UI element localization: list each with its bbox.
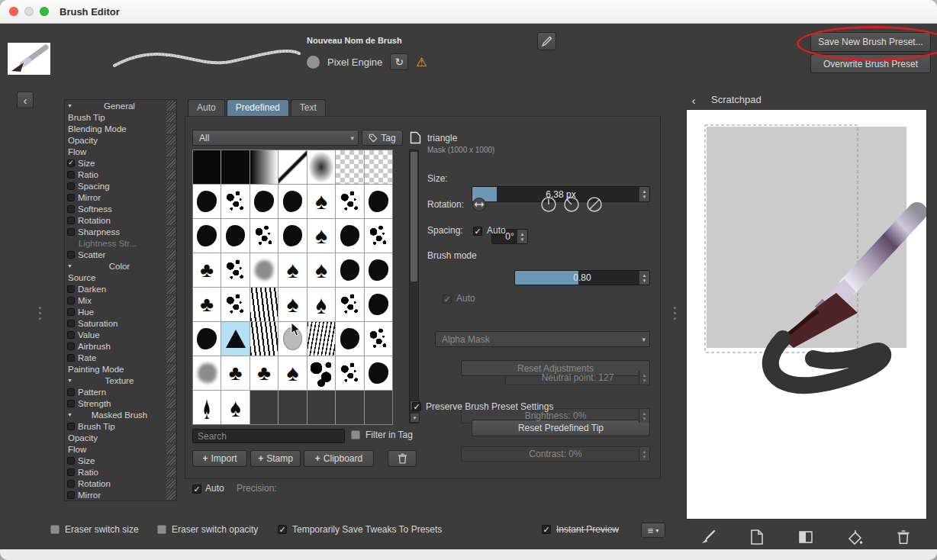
brush-tip-cell-tree[interactable]: ♠: [308, 253, 335, 287]
instant-preview-checkbox[interactable]: ✓: [542, 525, 551, 534]
reset-predefined-tip-button[interactable]: Reset Predefined Tip: [472, 420, 650, 436]
brush-tip-cell-spray[interactable]: [250, 219, 278, 253]
brush-tip-cell-leaf[interactable]: ♣: [221, 356, 249, 390]
brush-option-softness[interactable]: ✓Softness: [65, 203, 176, 214]
spacing-spinner[interactable]: ▲▼: [639, 271, 649, 285]
brush-tip-cell-smoke[interactable]: [250, 253, 278, 287]
rename-brush-button[interactable]: [537, 32, 556, 50]
brush-tip-cell-spray[interactable]: [221, 185, 249, 218]
option-checkbox[interactable]: ✓: [67, 297, 75, 304]
option-checkbox[interactable]: ✓: [67, 194, 75, 201]
brush-tip-cell-spray[interactable]: [365, 322, 392, 356]
preserve-settings-checkbox[interactable]: ✓: [412, 402, 421, 411]
brush-option-source[interactable]: Source: [65, 272, 176, 283]
contrast-spinbox[interactable]: Contrast: 0% ▲▼: [461, 446, 650, 462]
tab-auto[interactable]: Auto: [188, 99, 225, 116]
brush-option-size[interactable]: ✓Size: [65, 157, 176, 169]
collapse-left-button[interactable]: ‹: [17, 92, 34, 108]
tag-page-button[interactable]: [407, 130, 423, 146]
contrast-spinner[interactable]: ▲▼: [639, 447, 649, 461]
brush-tip-cell-blob[interactable]: [193, 219, 221, 253]
brush-tip-cell-triangle[interactable]: [221, 322, 249, 356]
grid-scrollbar[interactable]: ▲ ▼: [409, 150, 419, 423]
brush-tip-cell-blob[interactable]: [193, 322, 221, 356]
filter-in-tag-checkbox[interactable]: ✓: [351, 430, 360, 439]
brush-option-brush-tip[interactable]: ✓Brush Tip: [65, 420, 176, 432]
brush-tip-cell-leaf[interactable]: ♣: [193, 288, 221, 321]
import-button[interactable]: + Import: [192, 450, 247, 467]
brush-tip-cell-spray[interactable]: [221, 288, 249, 321]
brush-tip-cell-leaf[interactable]: ♣: [250, 356, 278, 390]
brush-option-mix[interactable]: ✓Mix: [65, 294, 176, 306]
brush-option-rotation[interactable]: ✓Rotation: [65, 478, 176, 489]
option-checkbox[interactable]: ✓: [67, 217, 75, 224]
brush-tip-cell-blob[interactable]: [250, 185, 278, 218]
brush-tip-cell-blob[interactable]: [193, 185, 221, 218]
clipboard-button[interactable]: + Clipboard: [304, 450, 374, 467]
brush-option-value[interactable]: ✓Value: [65, 329, 176, 340]
brush-tip-cell-strokes[interactable]: [250, 322, 278, 356]
scratchpad-canvas[interactable]: [687, 110, 926, 519]
brush-tip-cell-tree[interactable]: ♠: [279, 288, 306, 321]
brush-tip-cell-blob[interactable]: [365, 253, 392, 287]
detail-options-menu-button[interactable]: ≡ ▾: [641, 523, 665, 538]
option-checkbox[interactable]: ✓: [67, 308, 75, 316]
option-checkbox[interactable]: ✓: [67, 491, 75, 499]
splitter-handle-left[interactable]: [38, 307, 41, 320]
option-checkbox[interactable]: ✓: [67, 320, 75, 327]
brush-tip-cell-spray[interactable]: [336, 288, 363, 321]
brush-tip-cell-tree[interactable]: ♠: [308, 185, 335, 218]
eraser-switch-opacity-checkbox[interactable]: ✓: [157, 525, 166, 534]
splitter-handle-right[interactable]: [673, 307, 676, 320]
scratchpad-fill-gradient-button[interactable]: [797, 528, 815, 546]
brush-tip-cell-tree[interactable]: ♠: [308, 219, 335, 253]
tab-text[interactable]: Text: [291, 99, 326, 116]
brush-tip-cell-checker[interactable]: [365, 150, 392, 184]
brush-tip-cell-solid[interactable]: [193, 150, 221, 184]
brush-tip-cell-blob[interactable]: [279, 185, 306, 218]
brush-tip-cell-gradient[interactable]: [250, 150, 278, 184]
brush-tip-cell-spray[interactable]: [221, 253, 249, 287]
option-checkbox[interactable]: ✓: [67, 159, 75, 167]
brush-tip-cell-stroke[interactable]: [279, 150, 306, 184]
brush-tip-cell-leaf[interactable]: ♣: [193, 253, 221, 287]
brush-tip-cell-blob[interactable]: [336, 322, 363, 356]
brush-option-size[interactable]: ✓Size: [65, 455, 176, 466]
neutral-point-spinner[interactable]: ▲▼: [639, 371, 649, 385]
brush-tip-cell-strokes[interactable]: [250, 288, 278, 321]
close-button[interactable]: [9, 7, 18, 16]
option-checkbox[interactable]: ✓: [67, 228, 75, 236]
brush-tip-cell-blob[interactable]: [365, 356, 392, 390]
spacing-slider[interactable]: 0.80 ▲▼: [514, 270, 650, 285]
section-texture[interactable]: ▼Texture: [65, 375, 176, 386]
brush-option-flow[interactable]: Flow: [65, 146, 176, 157]
brush-tip-cell-pine[interactable]: ♠: [221, 391, 249, 424]
option-checkbox[interactable]: ✓: [67, 388, 75, 396]
brush-option-hue[interactable]: ✓Hue: [65, 306, 176, 317]
brightness-spinner[interactable]: ▲▼: [639, 409, 649, 423]
brush-option-airbrush[interactable]: ✓Airbrush: [65, 340, 176, 352]
brush-option-mirror[interactable]: ✓Mirror: [65, 489, 176, 500]
brush-tip-cell-pine[interactable]: ♠: [308, 288, 335, 321]
option-checkbox[interactable]: ✓: [67, 480, 75, 488]
rotation-flip-button[interactable]: [472, 197, 487, 212]
scratchpad-collapse-button[interactable]: ‹: [685, 92, 702, 108]
option-checkbox[interactable]: ✓: [67, 182, 75, 190]
brush-option-saturation[interactable]: ✓Saturation: [65, 317, 176, 329]
minimize-button[interactable]: [24, 7, 34, 16]
section-general[interactable]: ▼General: [65, 100, 176, 111]
size-spinner[interactable]: ▲▼: [639, 187, 649, 201]
scratchpad-paint-preset-button[interactable]: [699, 528, 717, 546]
brush-tip-cell-blob[interactable]: [336, 219, 363, 253]
brush-option-rotation[interactable]: ✓Rotation: [65, 214, 176, 226]
brush-tip-cell-checker[interactable]: [336, 150, 363, 184]
brush-option-sharpness[interactable]: ✓Sharpness: [65, 226, 176, 237]
brush-tip-cell-blob[interactable]: [336, 253, 363, 287]
brush-tip-cell-blob[interactable]: [365, 288, 392, 321]
temporarily-save-tweaks-checkbox[interactable]: ✓: [278, 525, 287, 534]
overwrite-brush-preset-button[interactable]: Overwrite Brush Preset: [810, 54, 931, 73]
brush-option-pattern[interactable]: ✓Pattern: [65, 386, 176, 397]
brush-tip-cell-soft[interactable]: [308, 150, 335, 184]
brush-tip-cell-tree[interactable]: ♠: [279, 253, 306, 287]
tab-predefined[interactable]: Predefined: [227, 99, 289, 116]
